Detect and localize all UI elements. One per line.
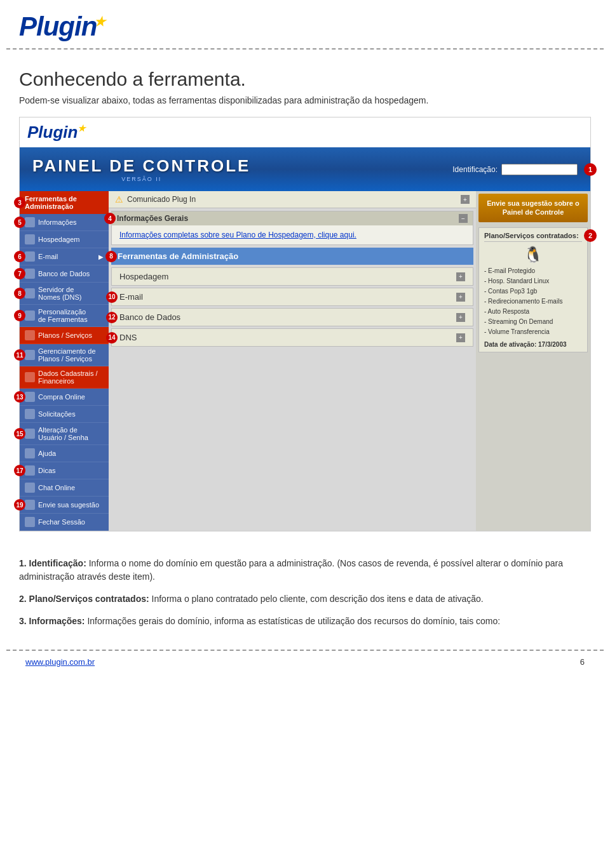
- badge-5: 5: [14, 217, 25, 228]
- sidebar-item-gerenciamento[interactable]: 11 Gerenciamento dePlanos / Serviços: [20, 344, 109, 366]
- sidebar-item-informacoes[interactable]: 5 Informações: [20, 214, 109, 231]
- sidebar-item-email-label: E-mail: [38, 253, 58, 260]
- panel-logo: Plugin★: [27, 123, 86, 142]
- sidebar-item-servidor-label: Servidor deNomes (DNS): [38, 286, 81, 301]
- footer-page: 6: [580, 657, 585, 667]
- right-sidebar: Envie sua sugestão sobre o Painel de Con…: [476, 191, 590, 531]
- tool-banco-expand-button[interactable]: +: [456, 313, 465, 322]
- sidebar-item-dados[interactable]: Dados Cadastrais /Financeiros: [20, 366, 109, 389]
- comunicado-left: ⚠ Comunicado Plug In: [115, 194, 196, 204]
- explanation-3-text: Informações gerais do domínio, informa a…: [87, 616, 500, 626]
- explanations-section: 1. Identificação: Informa o nome do domí…: [0, 544, 610, 650]
- plano-item-3: - Contas Pop3 1gb: [484, 286, 582, 297]
- info-gerais-link[interactable]: Informações completas sobre seu Plano de…: [119, 230, 356, 239]
- info-icon: [25, 217, 35, 227]
- plano-item-4: - Redirecionamento E-mails: [484, 297, 582, 307]
- plano-date: Data de ativação: 17/3/2003: [484, 341, 582, 348]
- sidebar-item-personalizacao[interactable]: 9 Personalizaçãode Ferramentas: [20, 305, 109, 327]
- info-gerais-collapse-button[interactable]: −: [459, 214, 468, 223]
- badge-4: 4: [104, 213, 116, 224]
- sidebar-item-banco-dados[interactable]: 7 Banco de Dados: [20, 265, 109, 283]
- tools-icon: [25, 310, 35, 321]
- badge-3: 3: [14, 197, 25, 208]
- sidebar-item-envie[interactable]: 19 Envie sua sugestão: [20, 497, 109, 514]
- explanation-1-strong: Identificação:: [29, 558, 86, 568]
- main-content-area: ⚠ Comunicado Plug In + Informações Gerai…: [109, 191, 476, 531]
- sidebar-item-solicitacoes[interactable]: Solicitações: [20, 406, 109, 423]
- badge-9: 9: [14, 310, 25, 321]
- comunicado-expand-button[interactable]: +: [461, 195, 470, 204]
- sidebar-item-alteracao[interactable]: 15 Alteração deUsuário / Senha: [20, 423, 109, 445]
- tool-email-expand-button[interactable]: +: [456, 293, 465, 302]
- home-icon: [25, 234, 35, 244]
- sidebar-item-hospedagem[interactable]: Hospedagem: [20, 231, 109, 248]
- req-icon: [25, 409, 35, 419]
- plano-item-6: - Streaming On Demand: [484, 317, 582, 327]
- sidebar-item-fechar-label: Fechar Sessão: [38, 518, 85, 526]
- panel-logo-star: ★: [78, 123, 86, 133]
- sidebar-item-gerenciamento-label: Gerenciamento dePlanos / Serviços: [38, 347, 96, 363]
- sidebar-item-envie-label: Envie sua sugestão: [38, 501, 99, 509]
- control-panel-box: Plugin★ PAINEL DE CONTROLE VERSÃO II Ide…: [19, 117, 591, 531]
- explanation-2-strong: Plano/Serviços contratados:: [29, 594, 149, 604]
- badge-17: 17: [14, 465, 25, 476]
- comunicado-text: Comunicado Plug In: [127, 195, 196, 204]
- sidebar-item-compra[interactable]: 13 Compra Online: [20, 389, 109, 406]
- explanation-1: 1. Identificação: Informa o nome do domí…: [19, 557, 591, 584]
- suggest-panel-button[interactable]: Envie sua sugestão sobre o Painel de Con…: [478, 194, 588, 222]
- plano-items-list: - E-mail Protegido - Hosp. Standard Linu…: [484, 266, 582, 337]
- tool-dns-expand-button[interactable]: +: [456, 333, 465, 342]
- sidebar-item-dicas-label: Dicas: [38, 467, 56, 474]
- sidebar-item-ajuda[interactable]: Ajuda: [20, 445, 109, 462]
- sidebar-header: Ferramentas deAdministração 3: [20, 191, 109, 214]
- sidebar-item-alteracao-label: Alteração deUsuário / Senha: [38, 426, 88, 441]
- panel-logo-plug: Plug: [27, 123, 63, 142]
- logo-plug: Plug: [19, 11, 74, 41]
- badge-19: 19: [14, 499, 25, 511]
- page-title: Conhecendo a ferramenta.: [0, 62, 610, 95]
- badge-13: 13: [14, 391, 25, 403]
- ferramentas-section: 8 Ferramentas de Administração: [111, 248, 473, 265]
- tool-email-label: E-mail: [119, 292, 143, 302]
- help-icon: [25, 448, 35, 458]
- sidebar-item-fechar[interactable]: Fechar Sessão: [20, 514, 109, 531]
- comunicado-bar: ⚠ Comunicado Plug In +: [109, 191, 476, 208]
- server-icon: [25, 288, 35, 298]
- panel-main-content: Ferramentas deAdministração 3 5 Informaç…: [20, 191, 590, 531]
- chat-icon: [25, 483, 35, 493]
- sidebar-item-chat[interactable]: Chat Online: [20, 479, 109, 497]
- explanation-1-number: 1.: [19, 558, 27, 568]
- sidebar-item-hospedagem-label: Hospedagem: [38, 236, 79, 243]
- footer-url: www.plugin.com.br: [25, 657, 95, 667]
- badge-6: 6: [14, 251, 25, 262]
- badge-8-side: 8: [14, 288, 25, 299]
- warning-icon: ⚠: [115, 194, 123, 204]
- badge-7: 7: [14, 268, 25, 279]
- sidebar-header-label: Ferramentas deAdministração: [25, 195, 77, 210]
- email-icon: [25, 251, 35, 262]
- tool-dns-label: DNS: [119, 333, 137, 342]
- suggest-icon: [25, 500, 35, 510]
- badge-2: 2: [584, 229, 597, 242]
- tips-icon: [25, 465, 35, 476]
- badge-1: 1: [584, 163, 597, 176]
- sidebar-item-dicas[interactable]: 17 Dicas: [20, 462, 109, 479]
- tool-hospedagem-expand-button[interactable]: +: [456, 272, 465, 281]
- sidebar-item-servidor[interactable]: 8 Servidor deNomes (DNS): [20, 283, 109, 305]
- email-arrow-icon: ▶: [98, 253, 104, 260]
- plano-item-5: - Auto Resposta: [484, 307, 582, 317]
- sidebar-item-compra-label: Compra Online: [38, 393, 85, 401]
- logo-star-icon: ★: [94, 15, 105, 29]
- left-sidebar: Ferramentas deAdministração 3 5 Informaç…: [20, 191, 109, 531]
- sidebar-item-planos[interactable]: Planos / Serviços: [20, 327, 109, 344]
- info-gerais-section: Informações Gerais 4 − Informações compl…: [111, 211, 473, 245]
- badge-10: 10: [106, 291, 118, 303]
- tool-row-email: 10 E-mail +: [111, 288, 473, 306]
- panel-logo-area: Plugin★: [20, 117, 590, 147]
- logo: Plugin★: [19, 11, 105, 42]
- db-icon: [25, 269, 35, 279]
- tool-row-banco: 12 Banco de Dados +: [111, 308, 473, 326]
- identificacao-input[interactable]: [501, 164, 578, 175]
- sidebar-item-email[interactable]: 6 E-mail ▶: [20, 248, 109, 265]
- badge-14: 14: [106, 332, 118, 344]
